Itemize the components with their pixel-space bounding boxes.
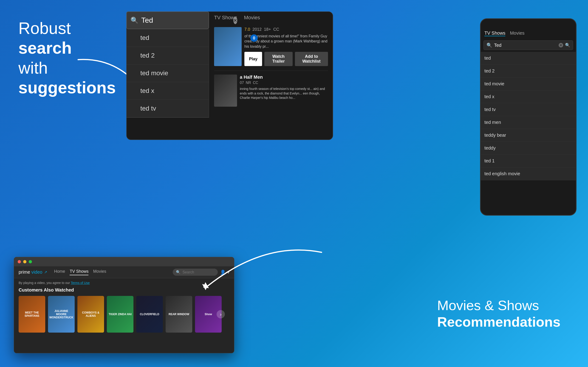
- phone-nav: TV Shows Movies: [481, 28, 576, 39]
- mac-movie-row: MEET THE SPARTANS JULIANNE MOORE WONDERS…: [19, 296, 229, 333]
- mac-terms-link[interactable]: Terms of Use: [71, 281, 90, 285]
- phone-nav-movies[interactable]: Movies: [510, 31, 524, 36]
- prime-logo-video: video: [32, 269, 43, 275]
- tablet-action-buttons: Play Watch Trailer Add to Watchlist: [244, 52, 328, 66]
- tablet-movie-year: 2012: [252, 27, 262, 32]
- mac-movies-container: MEET THE SPARTANS JULIANNE MOORE WONDERS…: [19, 296, 229, 333]
- phone-suggestion-teddy-bear[interactable]: teddy bear: [481, 129, 576, 142]
- phone-suggestion-teddy[interactable]: teddy: [481, 142, 576, 155]
- mac-movie-cloverfield[interactable]: CLOVERFIELD: [136, 296, 163, 333]
- tablet-suggestions-dropdown: ted ted 2 ted movie ted x ted tv: [126, 29, 209, 118]
- tablet-clear-button[interactable]: ✕: [233, 17, 237, 24]
- mac-nav-links: Home TV Shows Movies: [54, 269, 106, 275]
- prime-logo-text: prime video: [19, 269, 42, 275]
- mac-movie-spartans-label: MEET THE SPARTANS: [19, 296, 45, 333]
- hero-title-line1: Robust search: [18, 19, 72, 57]
- tablet-trailer-button[interactable]: Watch Trailer: [264, 52, 293, 66]
- mac-movie-cloverfield-label: CLOVERFIELD: [136, 296, 163, 333]
- mac-nav-movies[interactable]: Movies: [93, 269, 106, 275]
- tablet-suggestion-ted-x[interactable]: ted x: [127, 82, 209, 100]
- tablet-movie-thumbnail: [214, 27, 242, 66]
- mac-movie-rear-window[interactable]: REAR WINDOW: [166, 296, 192, 333]
- tablet-second-title: a Half Men: [240, 75, 328, 80]
- tablet-search-icon: 🔍: [130, 17, 138, 24]
- mac-movie-wonderstruck-label: JULIANNE MOORE WONDERSTRUCK: [48, 296, 75, 333]
- mac-close-dot[interactable]: [18, 260, 21, 263]
- phone-mock: TV Shows Movies 🔍 ✕ 🔍 ted ted 2 ted movi…: [480, 18, 577, 216]
- phone-suggestion-ted-men[interactable]: ted men: [481, 116, 576, 129]
- tablet-second-meta: 07 NR CC: [240, 81, 328, 85]
- mac-next-button[interactable]: ›: [216, 310, 225, 318]
- mac-movie-tiger[interactable]: TIGER ZINDA HAI: [107, 296, 133, 333]
- phone-search-area: 🔍 ✕ 🔍: [481, 39, 576, 52]
- phone-suggestion-ted[interactable]: ted: [481, 52, 576, 65]
- prime-video-logo: prime video ↗: [19, 269, 47, 275]
- tablet-suggestion-ted-movie[interactable]: ted movie: [127, 65, 209, 82]
- tablet-play-button[interactable]: Play: [244, 52, 262, 66]
- mac-movie-cowboys[interactable]: COWBOYS & ALIENS: [78, 296, 104, 333]
- phone-clear-button[interactable]: ✕: [559, 43, 563, 48]
- tablet-second-desc: inning fourth season of television's top…: [240, 87, 328, 100]
- phone-search-input[interactable]: [494, 43, 559, 48]
- tablet-second-thumbnail: [214, 75, 237, 107]
- phone-content: TV Shows Movies 🔍 ✕ 🔍 ted ted 2 ted movi…: [481, 19, 576, 180]
- mac-movie-tiger-label: TIGER ZINDA HAI: [107, 296, 133, 333]
- phone-suggestion-ted2[interactable]: ted 2: [481, 65, 576, 77]
- tablet-movie-age: 18+: [264, 27, 271, 32]
- mac-nav-tvshows[interactable]: TV Shows: [69, 269, 88, 275]
- tablet-second-result: a Half Men 07 NR CC inning fourth season…: [214, 71, 328, 107]
- phone-search-person-icon: 🔍: [565, 43, 570, 48]
- tablet-suggestion-ted2[interactable]: ted 2: [127, 47, 209, 65]
- tablet-movie-cc: CC: [273, 27, 279, 32]
- mac-movie-cowboys-label: COWBOYS & ALIENS: [78, 296, 104, 333]
- bottom-right-text: Movies & Shows Recommendations: [437, 297, 561, 330]
- tablet-content-body: 7.0 2012 18+ CC of the funniest movies o…: [209, 23, 333, 110]
- phone-suggestion-ted1[interactable]: ted 1: [481, 155, 576, 167]
- tablet-search-input[interactable]: [141, 16, 233, 25]
- tablet-content-area: TV Shows Movies 7.0 2012 18+ CC of the f…: [209, 12, 333, 140]
- tablet-second-info: a Half Men 07 NR CC inning fourth season…: [240, 75, 328, 100]
- mac-nav-home[interactable]: Home: [54, 269, 65, 275]
- mac-movie-spartans[interactable]: MEET THE SPARTANS: [19, 296, 45, 333]
- tablet-search-container: 🔍 ✕ ted ted 2 ted movie ted x ted tv: [126, 11, 209, 118]
- tablet-watchlist-button[interactable]: Add to Watchlist: [295, 52, 328, 66]
- tablet-movie-info: 7.0 2012 18+ CC of the funniest movies o…: [244, 27, 328, 66]
- mac-search-icon: 🔍: [176, 270, 181, 274]
- mac-movie-wonderstruck[interactable]: JULIANNE MOORE WONDERSTRUCK: [48, 296, 75, 333]
- tablet-search-box: 🔍 ✕: [126, 11, 209, 29]
- mac-maximize-dot[interactable]: [29, 260, 32, 263]
- mac-movie-rear-window-label: REAR WINDOW: [166, 296, 192, 333]
- tablet-suggestion-ted-tv[interactable]: ted tv: [127, 100, 209, 117]
- phone-notch: [515, 19, 542, 25]
- phone-suggestion-ted-x[interactable]: ted x: [481, 90, 576, 103]
- phone-suggestion-ted-english[interactable]: ted english movie: [481, 167, 576, 180]
- phone-nav-tvshows[interactable]: TV Shows: [484, 31, 505, 36]
- tablet-nav-movies[interactable]: Movies: [244, 15, 260, 21]
- tablet-suggestion-ted[interactable]: ted: [127, 29, 209, 47]
- mac-minimize-dot[interactable]: [23, 260, 26, 263]
- notification-badge: 0: [250, 34, 258, 42]
- phone-suggestions-dropdown: ted ted 2 ted movie ted x ted tv ted men…: [481, 52, 576, 180]
- phone-search-icon: 🔍: [486, 42, 492, 48]
- phone-search-box: 🔍 ✕ 🔍: [484, 40, 573, 50]
- tablet-movie-rating: 7.0: [244, 27, 250, 32]
- phone-suggestion-ted-movie[interactable]: ted movie: [481, 77, 576, 90]
- prime-logo-arrow: ↗: [44, 270, 47, 274]
- phone-suggestion-ted-tv[interactable]: ted tv: [481, 103, 576, 116]
- bottom-arrow-svg: [184, 229, 345, 298]
